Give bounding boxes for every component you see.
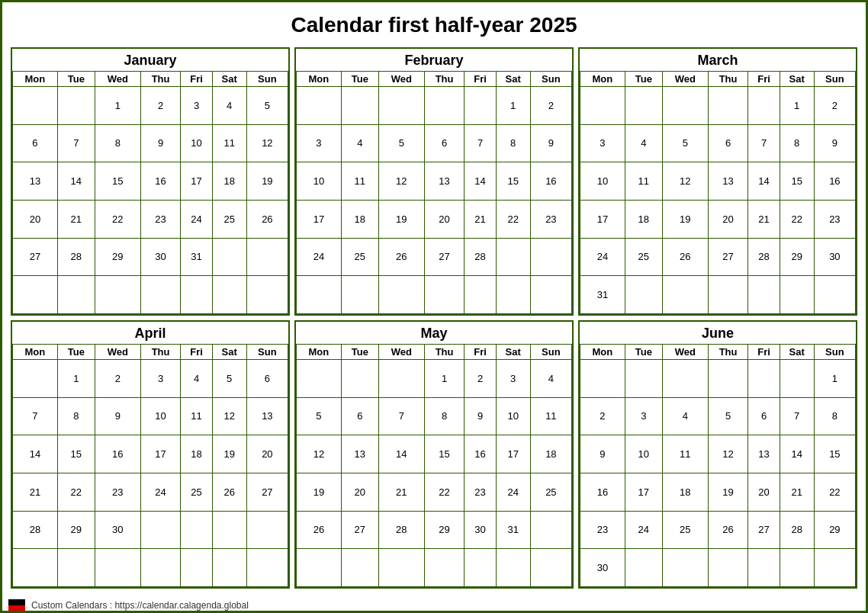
day-cell: 16 bbox=[95, 435, 140, 473]
day-cell bbox=[95, 276, 140, 314]
day-header: Wed bbox=[95, 345, 140, 360]
day-cell: 11 bbox=[530, 397, 571, 435]
day-header: Thu bbox=[140, 345, 181, 360]
day-cell: 18 bbox=[341, 200, 378, 238]
day-cell: 24 bbox=[297, 238, 342, 276]
day-cell bbox=[212, 238, 246, 276]
day-cell bbox=[341, 549, 378, 587]
day-cell: 9 bbox=[140, 124, 181, 162]
day-cell bbox=[140, 276, 181, 314]
day-cell: 29 bbox=[780, 238, 814, 276]
day-cell: 1 bbox=[424, 360, 465, 398]
week-row: 1234 bbox=[297, 360, 572, 398]
day-cell bbox=[625, 360, 662, 398]
day-cell: 18 bbox=[212, 162, 246, 201]
day-header: Fri bbox=[181, 345, 212, 360]
day-cell: 22 bbox=[57, 473, 95, 511]
day-cell: 12 bbox=[297, 435, 342, 473]
day-cell: 7 bbox=[57, 124, 95, 162]
day-header: Thu bbox=[708, 72, 748, 87]
day-cell: 13 bbox=[246, 397, 288, 435]
day-cell: 23 bbox=[530, 200, 571, 238]
footer-text: Custom Calendars : https://calendar.cala… bbox=[31, 600, 249, 611]
day-header: Fri bbox=[181, 72, 212, 87]
day-cell: 25 bbox=[181, 473, 212, 511]
day-cell bbox=[748, 87, 780, 125]
week-row: 1 bbox=[580, 360, 856, 398]
day-cell: 4 bbox=[662, 397, 708, 435]
day-cell: 29 bbox=[814, 511, 855, 549]
day-cell bbox=[13, 360, 58, 398]
day-cell bbox=[780, 276, 814, 314]
day-cell: 10 bbox=[297, 162, 342, 201]
day-cell bbox=[181, 549, 212, 587]
day-cell bbox=[465, 549, 496, 587]
week-row: 78910111213 bbox=[13, 397, 288, 435]
week-row: 567891011 bbox=[297, 397, 572, 435]
day-cell: 14 bbox=[780, 435, 814, 473]
day-cell bbox=[465, 87, 496, 125]
day-cell bbox=[13, 276, 58, 314]
day-cell: 28 bbox=[378, 511, 424, 549]
day-cell: 5 bbox=[708, 397, 748, 435]
day-cell: 11 bbox=[181, 397, 212, 435]
day-header: Sat bbox=[212, 72, 246, 87]
day-cell: 3 bbox=[140, 360, 181, 398]
day-cell: 30 bbox=[580, 549, 625, 587]
day-cell: 14 bbox=[57, 162, 95, 201]
day-cell: 2 bbox=[530, 87, 571, 125]
day-cell bbox=[748, 276, 780, 314]
week-row: 2728293031 bbox=[13, 238, 288, 276]
calendar-table: MonTueWedThuFriSatSun1234567891011121314… bbox=[12, 71, 288, 314]
day-cell: 15 bbox=[496, 162, 530, 201]
day-header: Wed bbox=[378, 72, 424, 87]
day-cell bbox=[212, 511, 246, 549]
day-cell: 25 bbox=[625, 238, 662, 276]
day-cell: 12 bbox=[212, 397, 246, 435]
day-cell bbox=[181, 511, 212, 549]
day-header: Sun bbox=[246, 345, 288, 360]
week-row: 6789101112 bbox=[13, 124, 288, 162]
day-cell: 1 bbox=[814, 360, 855, 398]
day-cell: 16 bbox=[465, 435, 496, 473]
page-title: Calendar first half-year 2025 bbox=[2, 2, 866, 45]
day-header: Wed bbox=[95, 72, 140, 87]
day-cell: 15 bbox=[95, 162, 140, 201]
week-row: 2345678 bbox=[580, 397, 856, 435]
day-cell bbox=[378, 87, 424, 125]
week-row: 2425262728 bbox=[297, 238, 572, 276]
day-cell: 14 bbox=[748, 162, 780, 201]
calendar-table: MonTueWedThuFriSatSun1234567891011121314… bbox=[580, 71, 856, 314]
week-row: 17181920212223 bbox=[580, 200, 856, 238]
calendar-table: MonTueWedThuFriSatSun1234567891011121314… bbox=[296, 344, 572, 587]
day-cell: 8 bbox=[814, 397, 855, 435]
day-cell: 7 bbox=[748, 124, 780, 162]
day-header: Sat bbox=[212, 345, 246, 360]
day-cell: 31 bbox=[496, 511, 530, 549]
day-cell: 27 bbox=[708, 238, 748, 276]
day-cell bbox=[530, 549, 571, 587]
day-header: Mon bbox=[13, 72, 58, 87]
day-cell: 26 bbox=[378, 238, 424, 276]
day-cell: 20 bbox=[13, 200, 58, 238]
day-cell: 19 bbox=[662, 200, 708, 238]
day-cell: 9 bbox=[95, 397, 140, 435]
day-cell: 16 bbox=[140, 162, 181, 201]
day-header: Tue bbox=[57, 72, 95, 87]
day-cell: 21 bbox=[57, 200, 95, 238]
day-cell: 25 bbox=[341, 238, 378, 276]
day-cell bbox=[341, 276, 378, 314]
day-cell: 12 bbox=[246, 124, 288, 162]
day-cell: 18 bbox=[530, 435, 571, 473]
day-cell bbox=[814, 549, 855, 587]
week-row: 20212223242526 bbox=[13, 200, 288, 238]
day-cell: 16 bbox=[530, 162, 571, 201]
day-cell: 8 bbox=[95, 124, 140, 162]
day-cell: 5 bbox=[212, 360, 246, 398]
week-row: 30 bbox=[580, 549, 856, 587]
day-cell: 17 bbox=[580, 200, 625, 238]
day-cell: 27 bbox=[13, 238, 58, 276]
day-cell: 24 bbox=[625, 511, 662, 549]
day-cell: 3 bbox=[297, 124, 342, 162]
day-cell: 6 bbox=[246, 360, 288, 398]
